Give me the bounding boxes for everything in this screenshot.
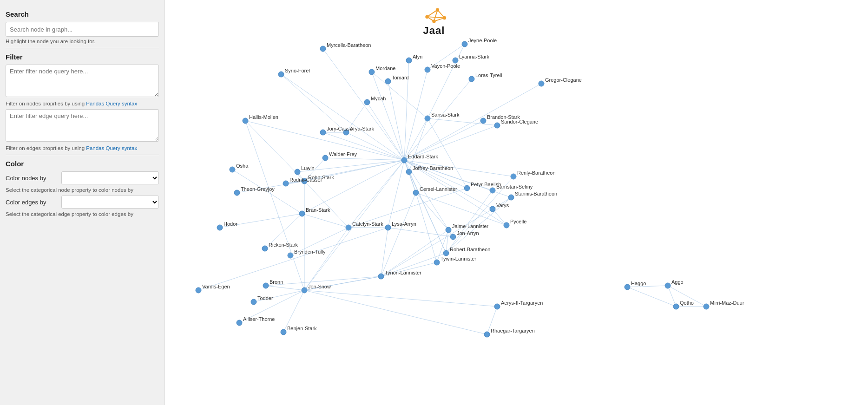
graph-node[interactable]: Bran-Stark [299,207,330,216]
graph-edge [627,286,668,287]
node-circle [322,155,328,161]
node-label: Pycelle [510,219,526,224]
color-nodes-label: Color nodes by [6,175,61,182]
graph-edge [266,286,304,290]
node-circle [413,190,419,196]
graph-node[interactable]: Lyanna-Stark [453,54,490,63]
graph-edge [381,230,448,276]
graph-edge [304,290,497,307]
graph-node[interactable]: Gregor-Clegane [539,77,582,86]
node-label: Mordane [375,65,395,71]
node-label: Gregor-Clegane [545,77,582,83]
node-label: Rhaegar-Targaryen [491,328,535,333]
graph-node[interactable]: Vardis-Egen [196,284,230,293]
node-label: Lyanna-Stark [459,54,490,59]
node-label: Stannis-Baratheon [515,191,557,196]
graph-node[interactable]: Alyn [406,54,422,63]
graph-edge [404,121,483,160]
filter-node-input[interactable] [6,65,159,97]
search-input[interactable] [6,22,159,37]
node-label: Sandor-Clegane [501,119,538,124]
graph-edge [239,290,304,323]
graph-node[interactable]: Syrio-Forel [278,68,310,77]
graph-node[interactable]: Mordane [369,65,395,75]
node-label: Rickon-Stark [269,242,298,248]
graph-node[interactable]: Tywin-Lannister [434,256,476,265]
graph-node[interactable]: Myrcella-Baratheon [320,42,371,52]
node-circle [346,225,351,230]
graph-node[interactable]: Jeyne-Poole [462,38,497,47]
graph-node[interactable]: Bronn [263,279,283,288]
color-edges-select[interactable] [61,196,159,209]
node-circle [490,188,495,193]
graph-node[interactable]: Tyrion-Lannister [378,270,421,279]
graph-node[interactable]: Haggo [625,281,646,290]
graph-node[interactable]: Brynden-Tully [288,249,326,258]
graph-edge [427,118,467,188]
node-circle [237,320,242,326]
graph-edge [668,286,706,307]
graph-node[interactable]: Loras-Tyrell [469,72,502,82]
graph-node[interactable]: Sandor-Clegane [494,119,538,128]
graph-edge [404,84,541,160]
node-circle [278,72,284,77]
node-circle [283,181,289,186]
graph-area[interactable]: Eddard-StarkJon-SnowRobb-StarkCatelyn-St… [165,0,868,405]
color-nodes-select[interactable] [61,171,159,184]
graph-node[interactable]: Pycelle [504,219,526,228]
filter-edge-input[interactable] [6,109,159,142]
node-label: Osha [236,163,249,169]
graph-node[interactable]: Tomard [385,75,409,84]
filter-edge-syntax-link[interactable]: Pandas Query syntax [86,145,137,151]
graph-edge [381,262,437,276]
graph-node[interactable]: Jon-Snow [302,284,331,293]
graph-node[interactable]: Renly-Baratheon [511,170,556,179]
node-circle [320,46,326,52]
node-circle [385,78,391,84]
graph-node[interactable]: Mycah [364,96,386,105]
node-label: Bronn [270,279,283,285]
node-label: Lysa-Arryn [392,221,416,227]
node-label: Alyn [413,54,422,59]
node-label: Syrio-Forel [285,68,310,73]
node-circle [281,329,286,335]
node-label: Myrcella-Baratheon [327,42,371,48]
svg-line-6 [434,18,445,21]
node-label: Aggo [671,279,684,285]
graph-edge [627,287,676,307]
graph-node[interactable]: Stannis-Baratheon [508,191,557,200]
graph-node[interactable]: Rhaegar-Targaryen [484,328,535,337]
graph-edge [416,193,448,230]
graph-node[interactable]: Joffrey-Baratheon [406,165,453,175]
graph-edge [427,44,465,70]
node-circle [217,225,223,230]
node-label: Aerys-II-Targaryen [501,300,543,306]
node-circle [508,195,514,200]
graph-node[interactable]: Hallis-Mollen [243,114,278,124]
node-circle [425,67,430,72]
node-label: Cersei-Lannister [420,186,457,192]
graph-node[interactable]: Aerys-II-Targaryen [494,300,543,309]
node-circle [230,167,235,172]
node-circle [469,76,474,82]
graph-node[interactable]: Walder-Frey [322,151,357,161]
graph-node[interactable]: Aggo [665,279,684,288]
filter-node-syntax-link[interactable]: Pandas Query syntax [86,101,137,106]
node-circle [343,130,349,135]
graph-node[interactable]: Osha [230,163,249,172]
node-label: Jaime-Lannister [452,223,489,229]
graph-node[interactable]: Rickon-Stark [262,242,298,251]
svg-line-5 [438,10,445,18]
graph-edge [325,158,404,160]
node-circle [406,58,412,63]
graph-node[interactable]: Arya-Stark [343,126,374,135]
graph-node[interactable]: Qotho [673,300,694,309]
graph-node[interactable]: Hodor [217,221,237,230]
app-header: Jaal [420,0,448,39]
node-circle [446,227,451,233]
graph-node[interactable]: Alliser-Thorne [237,316,275,326]
graph-node[interactable]: Mirri-Maz-Duur [704,300,744,309]
color-edges-hint: Select the categorical edge property to … [6,211,159,217]
graph-node[interactable]: Brandon-Stark [480,114,520,124]
graph-node[interactable]: Barristan-Selmy [490,184,533,193]
